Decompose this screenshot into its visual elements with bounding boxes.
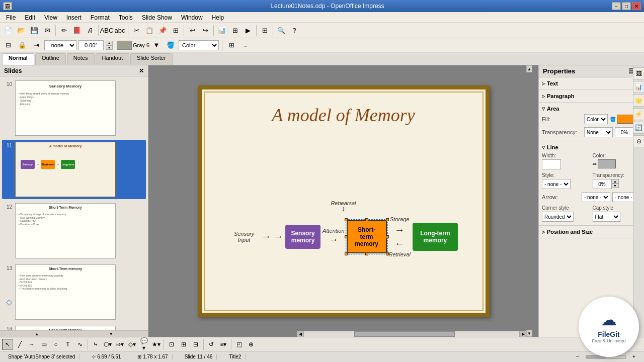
transparency-value-input[interactable] — [615, 127, 634, 137]
arrow-from-select[interactable]: - none - — [582, 192, 610, 202]
grid-button[interactable]: ⊞ — [259, 25, 271, 37]
tab-notes[interactable]: Notes — [67, 53, 95, 65]
style-select[interactable]: - none - — [44, 40, 76, 50]
paste-button[interactable]: 📌 — [156, 25, 169, 37]
zoom-out-btn[interactable]: − — [572, 352, 584, 361]
handle-bl[interactable] — [345, 252, 348, 255]
maximize-button[interactable]: □ — [622, 2, 631, 10]
shadow-btn[interactable]: ◰ — [233, 339, 245, 350]
props-icon-1[interactable]: 🖼 — [633, 67, 645, 79]
angle-down[interactable]: ▼ — [106, 45, 113, 50]
rect-tool[interactable]: ▭ — [38, 339, 49, 350]
curve-tool[interactable]: ∿ — [74, 339, 86, 350]
line-section-header[interactable]: ▽ Line ⊞ — [542, 143, 641, 151]
text-section-header[interactable]: ▷ Text ⊞ — [542, 79, 641, 87]
group-btn[interactable]: ⊞ — [178, 339, 189, 350]
slide-panel-close[interactable]: ✕ — [139, 67, 144, 74]
tab-handout[interactable]: Handout — [96, 53, 130, 65]
canvas-scroll-up[interactable]: ▲ — [526, 65, 532, 72]
props-icon-6[interactable]: ⊙ — [633, 135, 645, 147]
handle-bm[interactable] — [365, 252, 368, 255]
spellcheck-button[interactable]: ABC — [101, 25, 113, 37]
scroll-thumb[interactable] — [354, 331, 455, 337]
align-btn[interactable]: ≡▾ — [218, 339, 229, 350]
line-trans-spinner[interactable]: ▲ ▼ — [612, 179, 619, 189]
fill-dropdown[interactable]: ▼ — [150, 39, 163, 51]
edit-mode-button[interactable]: ✏ — [58, 25, 70, 37]
email-button[interactable]: ✉ — [41, 25, 53, 37]
line-style-select[interactable]: - none - — [542, 179, 571, 189]
paste-special-button[interactable]: ⊞ — [170, 25, 182, 37]
tab-outline[interactable]: Outline — [35, 53, 66, 65]
save-button[interactable]: 💾 — [28, 25, 40, 37]
new-button[interactable]: 📄 — [2, 25, 14, 37]
slide-thumb-13[interactable]: 13 Short-Term memory • How does short-te… — [2, 262, 146, 322]
props-icon-5[interactable]: 🔄 — [633, 122, 645, 134]
slide-thumb-12[interactable]: 12 Short-Term Memory • Temporary storage… — [2, 201, 146, 260]
angle-up[interactable]: ▲ — [106, 41, 113, 45]
callouts-btn[interactable]: 💬▾ — [138, 339, 149, 350]
zoom-in-btn[interactable]: + — [628, 352, 640, 361]
minimize-button[interactable]: − — [612, 2, 621, 10]
text-tool[interactable]: T — [62, 339, 73, 350]
menu-edit[interactable]: Edit — [21, 13, 39, 22]
menu-view[interactable]: View — [40, 13, 61, 22]
line-trans-input[interactable] — [593, 179, 612, 189]
slide-scroll-up[interactable]: ▲ — [0, 331, 74, 337]
color-mode-select[interactable]: Color — [179, 40, 219, 50]
ungroup-btn[interactable]: ⊟ — [190, 339, 201, 350]
props-icon-4[interactable]: ⚡ — [633, 108, 645, 120]
help-button[interactable]: ? — [288, 25, 300, 37]
ellipse-tool[interactable]: ○ — [50, 339, 61, 350]
menu-help[interactable]: Help — [208, 13, 228, 22]
cap-style-select[interactable]: Flat Round Square — [593, 212, 620, 222]
canvas-scroll-down[interactable]: ▼ — [526, 330, 532, 337]
tab-order-button[interactable]: ⇥ — [30, 39, 42, 51]
basic-shapes-btn[interactable]: ⬡▾ — [102, 339, 113, 350]
short-term-memory-box[interactable]: Short-term memory — [347, 220, 387, 253]
angle-input[interactable] — [78, 40, 104, 50]
fill-type-select[interactable]: Color — [584, 114, 608, 124]
long-term-memory-box[interactable]: Long-term memory — [413, 223, 458, 251]
props-icon-3[interactable]: 🌟 — [633, 95, 645, 107]
crop-tool[interactable]: ⊡ — [166, 339, 177, 350]
fill-style-button[interactable]: 🪣 — [165, 39, 177, 51]
undo-button[interactable]: ↩ — [186, 25, 198, 37]
chart-button[interactable]: 📊 — [216, 25, 228, 37]
short-term-container[interactable]: Short-term memory — [347, 220, 387, 253]
position-section-header[interactable]: ▷ Position and Size ⊞ — [542, 228, 641, 236]
menu-file[interactable]: File — [2, 13, 20, 22]
area-section-header[interactable]: ▽ Area ⊞ — [542, 105, 641, 113]
rotate-btn[interactable]: ↺ — [206, 339, 217, 350]
autocorrect-button[interactable]: abc — [114, 25, 126, 37]
slide-scroll-down[interactable]: ▼ — [74, 331, 148, 337]
menu-slideshow[interactable]: Slide Show — [138, 13, 176, 22]
menu-format[interactable]: Format — [87, 13, 114, 22]
table-button[interactable]: ⊞ — [229, 25, 241, 37]
menu-window[interactable]: Window — [177, 13, 207, 22]
transparency-type-select[interactable]: None — [584, 127, 613, 137]
angle-spinner[interactable]: ▲ ▼ — [106, 41, 113, 50]
menu-tools[interactable]: Tools — [115, 13, 137, 22]
lock-button[interactable]: 🔒 — [16, 39, 28, 51]
redo-button[interactable]: ↪ — [199, 25, 211, 37]
menu-insert[interactable]: Insert — [62, 13, 86, 22]
corner-style-select[interactable]: Rounded Flat Sharp — [542, 212, 574, 222]
open-button[interactable]: 📂 — [15, 25, 27, 37]
slide-thumb-14[interactable]: 14 Long-Term Memory • Store information … — [2, 324, 146, 330]
show-button[interactable]: ▶ — [242, 25, 254, 37]
stars-btn[interactable]: ★▾ — [150, 339, 162, 350]
slide-thumb-11[interactable]: 11 A model of Memory Sensory → Short-ter… — [2, 140, 146, 199]
slide-thumb-10[interactable]: 10 Sensory Memory • After being stored b… — [2, 78, 146, 138]
tab-normal[interactable]: Normal — [2, 53, 34, 65]
line-tool[interactable]: ╱ — [14, 339, 25, 350]
pdf-button[interactable]: 📕 — [71, 25, 83, 37]
select-tool[interactable]: ↖ — [2, 339, 13, 350]
handle-ml[interactable] — [345, 235, 348, 238]
print-button[interactable]: 🖨 — [84, 25, 96, 37]
copy-button[interactable]: 📋 — [143, 25, 155, 37]
scroll-left[interactable]: ◀ — [297, 331, 304, 337]
handle-tl[interactable] — [345, 218, 348, 221]
connector-tool[interactable]: ⤷ — [90, 339, 101, 350]
sensory-memory-box[interactable]: Sensory memory — [285, 225, 320, 249]
